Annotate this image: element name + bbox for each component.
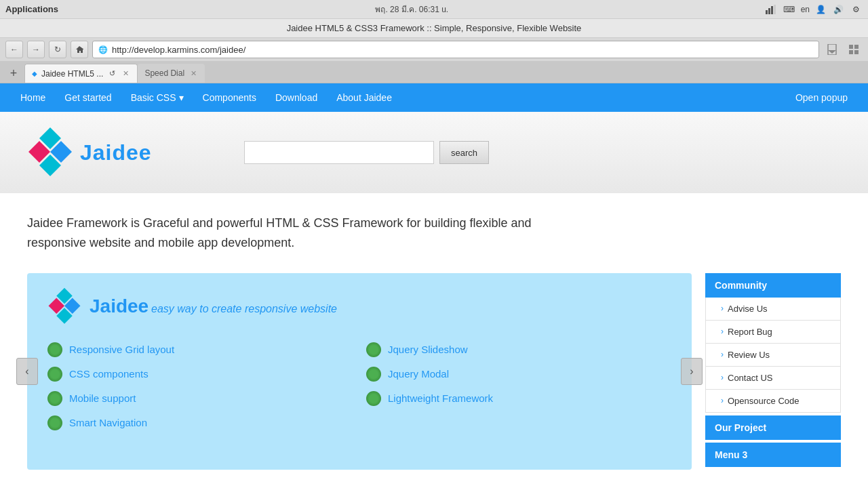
sidebar-item-label: Report Bug [728,327,772,337]
svg-rect-7 [849,50,853,54]
url-bar[interactable]: 🌐 http://develop.karmins.com/jaidee/ [92,41,819,58]
nav-about[interactable]: About Jaidee [327,83,401,112]
forward-button[interactable]: → [27,41,45,58]
feature-label: Responsive Grid layout [69,344,174,355]
feature-item: Smart Navigation [47,415,353,430]
site-nav: Home Get started Basic CSS ▾ Components … [0,83,868,112]
description-text: Jaidee Framework is Graceful and powerfu… [0,193,610,273]
url-icon: 🌐 [98,45,108,54]
sidebar-item-review[interactable]: › Review Us [705,344,841,367]
sidebar-item-label: Contact US [728,373,772,383]
chevron-down-icon: ▾ [179,92,184,103]
features-grid: Responsive Grid layout Jquery Slideshow … [47,342,671,430]
next-slide-button[interactable]: › [681,358,703,385]
feature-item: Jquery Modal [366,367,671,382]
feature-label: Lightweight Framework [388,392,493,404]
url-text: http://develop.karmins.com/jaidee/ [112,45,245,55]
os-bar: Applications พฤ. 28 มี.ค. 06:31 u. ⌨ en … [0,0,868,19]
slide-logo-name: Jaidee [90,296,149,317]
sidebar: Community › Advise Us › Report Bug › Rev… [705,273,841,470]
nav-home[interactable]: Home [11,83,55,112]
tab-label: Jaidee HTML5 ... [41,69,103,79]
sidebar-section-community: Community › Advise Us › Report Bug › Rev… [705,273,841,413]
arrow-icon: › [721,373,724,382]
tab-close-button[interactable]: ✕ [189,68,198,78]
arrow-icon: › [721,396,724,405]
volume-icon: 🔊 [833,5,845,14]
datetime: พฤ. 28 มี.ค. 06:31 u. [375,3,448,16]
sidebar-section-our-project: Our Project [705,415,841,440]
sidebar-item-report-bug[interactable]: › Report Bug [705,321,841,344]
slideshow-card: ‹ Jaidee easy way to create responsive w… [27,273,692,470]
keyboard-icon: ⌨ [783,5,795,14]
reload-button[interactable]: ↻ [49,41,66,58]
search-button[interactable]: search [439,141,489,164]
feature-label: CSS components [69,368,149,380]
sidebar-section-menu3: Menu 3 [705,443,841,467]
feature-dot-icon [47,415,62,430]
browser-title: Jaidee HTML5 & CSS3 Framework :: Simple,… [0,19,868,38]
home-button[interactable] [71,41,88,58]
feature-dot-icon [366,367,381,382]
slide-logo-icon [47,287,81,326]
feature-item: Lightweight Framework [366,391,671,406]
logo-area: Jaidee [27,126,152,179]
sidebar-header-our-project[interactable]: Our Project [705,415,841,440]
grid-button[interactable] [845,41,863,58]
sidebar-item-label: Advise Us [728,304,768,314]
os-controls: ⌨ en 👤 🔊 ⚙ [766,5,863,14]
nav-basic-css[interactable]: Basic CSS ▾ [121,83,193,112]
svg-rect-5 [849,45,853,49]
sidebar-item-label: Opensource Code [728,396,800,406]
search-input[interactable] [244,141,434,164]
sidebar-item-opensource[interactable]: › Opensource Code [705,390,841,413]
tab-speeddial[interactable]: Speed Dial ✕ [138,64,205,83]
feature-item: Responsive Grid layout [47,342,353,357]
header-area: Jaidee search [0,112,868,193]
feature-item: CSS components [47,367,353,382]
nav-download[interactable]: Download [266,83,327,112]
arrow-icon: › [721,327,724,336]
svg-rect-2 [771,6,773,14]
arrow-icon: › [721,304,724,313]
search-area: search [244,141,489,164]
sidebar-header-community[interactable]: Community [705,273,841,298]
svg-rect-6 [854,45,859,49]
slide-tagline: easy way to create responsive website [151,303,337,314]
logo-name: Jaidee [80,140,152,165]
signal-icon [766,5,778,14]
feature-item: Jquery Slideshow [366,342,671,357]
svg-rect-0 [766,10,768,14]
browser-controls: ← → ↻ 🌐 http://develop.karmins.com/jaide… [0,38,868,61]
sidebar-item-label: Review Us [728,350,770,360]
lang-indicator: en [801,5,810,14]
feature-item: Mobile support [47,391,353,406]
nav-get-started[interactable]: Get started [55,83,121,112]
feature-dot-icon [366,342,381,357]
user-icon: 👤 [815,5,827,14]
tabs-bar: + ◆ Jaidee HTML5 ... ↺ ✕ Speed Dial ✕ [0,61,868,83]
sidebar-item-contact[interactable]: › Contact US [705,367,841,390]
slide-logo: Jaidee easy way to create responsive web… [47,287,671,326]
feature-label: Mobile support [69,392,136,404]
feature-dot-icon [366,391,381,406]
open-popup-button[interactable]: Open popup [786,83,857,112]
tab-label: Speed Dial [144,68,184,78]
tab-close-button[interactable]: ✕ [121,69,130,79]
new-tab-button[interactable]: + [5,65,22,81]
svg-rect-1 [768,8,770,14]
feature-dot-icon [47,391,62,406]
bookmark-button[interactable] [823,41,841,58]
feature-dot-icon [47,367,62,382]
tab-jaidee[interactable]: ◆ Jaidee HTML5 ... ↺ ✕ [24,64,138,83]
sidebar-header-menu3[interactable]: Menu 3 [705,443,841,467]
tab-refresh-icon[interactable]: ↺ [107,69,117,79]
nav-components[interactable]: Components [193,83,266,112]
main-section: ‹ Jaidee easy way to create responsive w… [0,273,868,488]
back-button[interactable]: ← [5,41,23,58]
prev-slide-button[interactable]: ‹ [16,358,38,385]
feature-label: Jquery Modal [388,368,449,380]
logo-icon [27,126,73,179]
sidebar-item-advise[interactable]: › Advise Us [705,298,841,321]
settings-icon[interactable]: ⚙ [850,5,863,14]
